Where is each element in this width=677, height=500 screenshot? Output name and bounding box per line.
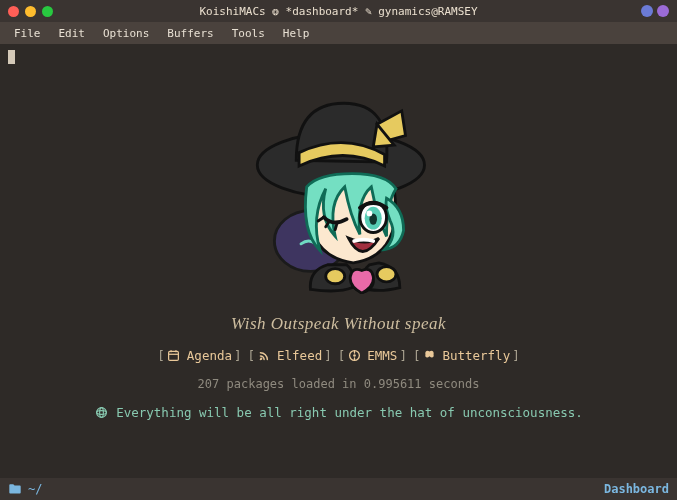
svg-point-8 (377, 267, 396, 282)
dashboard-stats: 207 packages loaded in 0.995611 seconds (198, 377, 480, 391)
menu-help[interactable]: Help (275, 25, 318, 42)
bracket: [ (248, 348, 256, 363)
bracket: [ (157, 348, 165, 363)
bracket: [ (413, 348, 421, 363)
window-title: KoishiMACs ❂ *dashboard* ✎ gynamics@RAMS… (0, 5, 677, 18)
modeline: ~/ Dashboard (0, 478, 677, 500)
minimize-window-button[interactable] (25, 6, 36, 17)
dashboard-fortune: Everything will be all right under the h… (94, 405, 583, 420)
nav-butterfly-label: Butterfly (442, 348, 510, 363)
svg-point-13 (260, 358, 262, 360)
calendar-icon (167, 349, 181, 363)
dashboard-buffer[interactable]: Wish Outspeak Without speak [ Agenda ] [ (0, 44, 677, 478)
titlebar-indicator-2 (657, 5, 669, 17)
nav-agenda[interactable]: Agenda (165, 348, 234, 363)
dashboard-tagline: Wish Outspeak Without speak (231, 314, 446, 334)
dashboard-fortune-text: Everything will be all right under the h… (116, 405, 583, 420)
nav-emms[interactable]: EMMS (345, 348, 399, 363)
menu-file[interactable]: File (6, 25, 49, 42)
butterfly-icon (422, 349, 436, 363)
menu-buffers[interactable]: Buffers (159, 25, 221, 42)
dashboard-logo (244, 74, 434, 294)
globe-icon (94, 406, 108, 420)
menu-edit[interactable]: Edit (51, 25, 94, 42)
dashboard-nav: [ Agenda ] [ (157, 348, 519, 363)
modeline-major-mode[interactable]: Dashboard (604, 482, 669, 496)
nav-elfeed-label: Elfeed (277, 348, 322, 363)
svg-point-15 (353, 354, 356, 357)
menubar: File Edit Options Buffers Tools Help (0, 22, 677, 44)
menu-options[interactable]: Options (95, 25, 157, 42)
nav-emms-label: EMMS (367, 348, 397, 363)
titlebar-indicator-1 (641, 5, 653, 17)
bracket: ] (512, 348, 520, 363)
titlebar-right-icons (641, 5, 669, 17)
zoom-window-button[interactable] (42, 6, 53, 17)
folder-icon (8, 482, 22, 496)
nav-agenda-label: Agenda (187, 348, 232, 363)
svg-point-6 (366, 211, 372, 217)
modeline-cwd-text: ~/ (28, 482, 42, 496)
svg-point-16 (96, 408, 106, 418)
dashboard-content: Wish Outspeak Without speak [ Agenda ] [ (0, 74, 677, 420)
titlebar: KoishiMACs ❂ *dashboard* ✎ gynamics@RAMS… (0, 0, 677, 22)
nav-elfeed[interactable]: Elfeed (255, 348, 324, 363)
window-controls (8, 6, 53, 17)
bracket: [ (338, 348, 346, 363)
svg-point-7 (325, 269, 344, 284)
disc-icon (347, 349, 361, 363)
menu-tools[interactable]: Tools (224, 25, 273, 42)
nav-butterfly[interactable]: Butterfly (420, 348, 512, 363)
close-window-button[interactable] (8, 6, 19, 17)
rss-icon (257, 349, 271, 363)
svg-point-18 (99, 408, 103, 418)
bracket: ] (399, 348, 407, 363)
modeline-cwd[interactable]: ~/ (8, 482, 42, 496)
bracket: ] (234, 348, 242, 363)
bracket: ] (324, 348, 332, 363)
svg-point-17 (96, 411, 106, 415)
text-cursor (8, 50, 15, 64)
svg-rect-9 (169, 351, 179, 360)
